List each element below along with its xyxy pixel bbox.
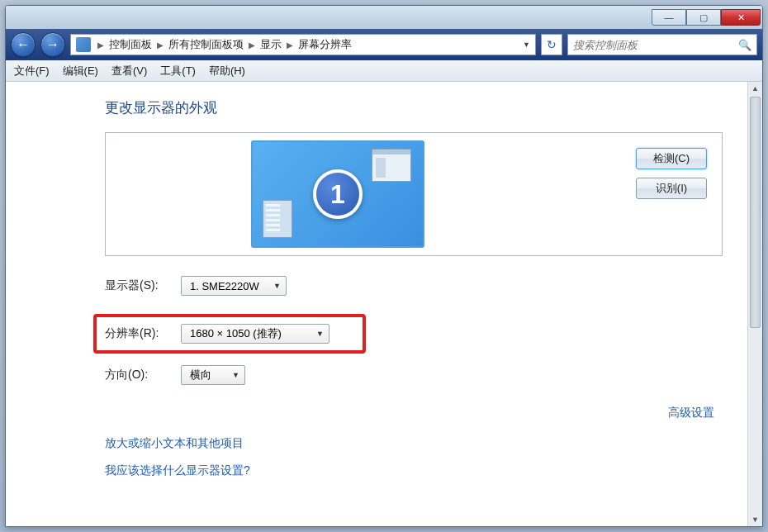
scroll-down-arrow-icon[interactable]: ▼ bbox=[748, 513, 762, 526]
display-value: 1. SME2220W bbox=[190, 280, 259, 292]
breadcrumb-item[interactable]: 显示 bbox=[258, 37, 283, 52]
window-controls: — ▢ ✕ bbox=[652, 9, 761, 26]
title-bar-left bbox=[7, 12, 652, 23]
breadcrumb[interactable]: ▶ 控制面板 ▶ 所有控制面板项 ▶ 显示 ▶ 屏幕分辨率 ▼ bbox=[70, 34, 536, 55]
chevron-right-icon: ▶ bbox=[97, 40, 104, 50]
refresh-icon: ↻ bbox=[547, 38, 557, 51]
menu-bar: 文件(F) 编辑(E) 查看(V) 工具(T) 帮助(H) bbox=[6, 60, 762, 82]
breadcrumb-item[interactable]: 所有控制面板项 bbox=[167, 37, 245, 52]
orientation-label: 方向(O): bbox=[105, 368, 181, 382]
chevron-down-icon: ▼ bbox=[232, 371, 239, 379]
link-block: 我应该选择什么显示器设置? bbox=[105, 463, 723, 478]
detect-button[interactable]: 检测(C) bbox=[636, 148, 707, 169]
monitor-preview[interactable]: 1 bbox=[251, 140, 424, 248]
monitor-number-badge: 1 bbox=[313, 169, 363, 219]
back-arrow-icon: ← bbox=[17, 37, 30, 52]
link-block: 放大或缩小文本和其他项目 bbox=[105, 435, 723, 451]
menu-view[interactable]: 查看(V) bbox=[111, 64, 147, 78]
title-blur-text bbox=[14, 12, 17, 23]
advanced-link-row: 高级设置 bbox=[105, 405, 723, 420]
refresh-button[interactable]: ↻ bbox=[541, 34, 562, 55]
chevron-down-icon: ▼ bbox=[316, 330, 324, 338]
menu-file[interactable]: 文件(F) bbox=[14, 64, 50, 78]
chevron-down-icon: ▼ bbox=[273, 282, 281, 290]
search-box[interactable]: 🔍 bbox=[567, 34, 757, 55]
orientation-value: 横向 bbox=[190, 368, 211, 382]
menu-tools[interactable]: 工具(T) bbox=[160, 64, 196, 78]
page-title: 更改显示器的外观 bbox=[105, 98, 723, 117]
chevron-right-icon: ▶ bbox=[157, 40, 164, 50]
resolution-row: 分辨率(R): 1680 × 1050 (推荐) ▼ bbox=[93, 314, 366, 354]
back-button[interactable]: ← bbox=[11, 32, 36, 57]
resolution-label: 分辨率(R): bbox=[105, 326, 181, 341]
breadcrumb-end: ▼ bbox=[523, 40, 533, 49]
which-settings-link[interactable]: 我应该选择什么显示器设置? bbox=[105, 463, 250, 477]
minimize-button[interactable]: — bbox=[652, 9, 686, 26]
display-row: 显示器(S): 1. SME2220W ▼ bbox=[105, 276, 723, 296]
chevron-down-icon[interactable]: ▼ bbox=[523, 40, 530, 49]
identify-button[interactable]: 识别(I) bbox=[636, 178, 707, 199]
breadcrumb-item[interactable]: 控制面板 bbox=[107, 37, 154, 52]
preview-window-icon bbox=[372, 149, 411, 182]
text-size-link[interactable]: 放大或缩小文本和其他项目 bbox=[105, 436, 244, 449]
control-panel-icon bbox=[76, 37, 91, 52]
display-dropdown[interactable]: 1. SME2220W ▼ bbox=[181, 276, 287, 296]
menu-help[interactable]: 帮助(H) bbox=[209, 64, 245, 78]
monitor-side-buttons: 检测(C) 识别(I) bbox=[636, 148, 707, 199]
title-bar: — ▢ ✕ bbox=[6, 6, 762, 29]
orientation-row: 方向(O): 横向 ▼ bbox=[105, 365, 723, 385]
content-area: 更改显示器的外观 1 检测(C) 识别(I) 显示器(S): 1. SME222… bbox=[6, 82, 762, 526]
resolution-dropdown[interactable]: 1680 × 1050 (推荐) ▼ bbox=[181, 324, 329, 344]
vertical-scrollbar[interactable]: ▲ ▼ bbox=[747, 82, 762, 526]
search-input[interactable] bbox=[573, 39, 738, 51]
breadcrumb-item[interactable]: 屏幕分辨率 bbox=[296, 37, 353, 52]
content: 更改显示器的外观 1 检测(C) 识别(I) 显示器(S): 1. SME222… bbox=[6, 82, 747, 526]
monitor-panel: 1 检测(C) 识别(I) bbox=[105, 132, 723, 256]
resolution-value: 1680 × 1050 (推荐) bbox=[190, 326, 282, 341]
menu-edit[interactable]: 编辑(E) bbox=[63, 64, 98, 78]
scroll-up-arrow-icon[interactable]: ▲ bbox=[748, 82, 762, 95]
forward-arrow-icon: → bbox=[46, 37, 59, 52]
scrollbar-thumb[interactable] bbox=[750, 97, 761, 328]
chevron-right-icon: ▶ bbox=[249, 40, 255, 50]
display-label: 显示器(S): bbox=[105, 278, 181, 293]
search-icon: 🔍 bbox=[738, 39, 751, 51]
maximize-button[interactable]: ▢ bbox=[686, 9, 721, 26]
chevron-right-icon: ▶ bbox=[287, 40, 293, 50]
navigation-bar: ← → ▶ 控制面板 ▶ 所有控制面板项 ▶ 显示 ▶ 屏幕分辨率 ▼ ↻ 🔍 bbox=[6, 29, 762, 60]
orientation-dropdown[interactable]: 横向 ▼ bbox=[181, 365, 245, 385]
window-frame: — ▢ ✕ ← → ▶ 控制面板 ▶ 所有控制面板项 ▶ 显示 ▶ 屏幕分辨率 … bbox=[5, 5, 763, 527]
close-button[interactable]: ✕ bbox=[721, 9, 761, 26]
advanced-settings-link[interactable]: 高级设置 bbox=[668, 406, 714, 419]
forward-button[interactable]: → bbox=[40, 32, 65, 57]
preview-window-icon bbox=[263, 200, 292, 238]
